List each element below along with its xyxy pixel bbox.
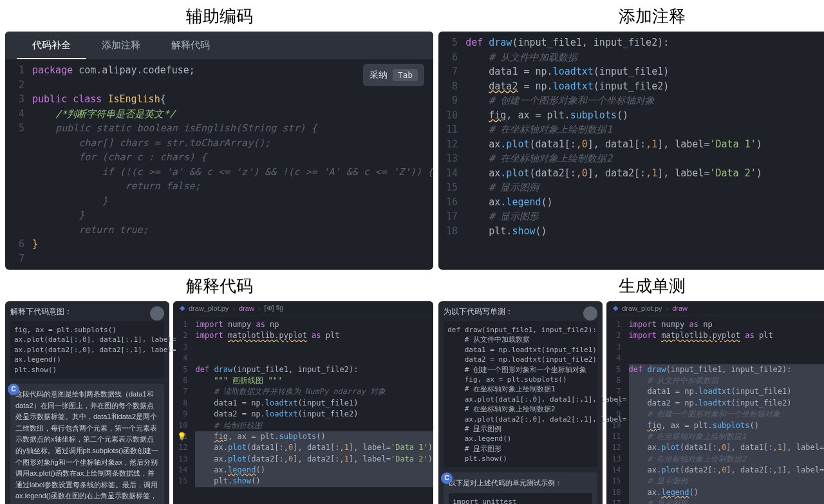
bot-icon: C <box>8 384 19 395</box>
tabs-bar: 代码补全 添加注释 解释代码 <box>5 32 433 59</box>
chat-col-br: 为以下代码写单测： def draw(input_file1, input_fi… <box>438 301 603 504</box>
editor-tr: 56789101112131415161718 def draw(input_f… <box>438 32 824 270</box>
code-block-tl[interactable]: 12345 67 package com.alipay.codefuse; pu… <box>5 59 433 270</box>
chat-prompt-header-bl: 解释下代码意图： <box>10 306 164 317</box>
chat-answer-br: C 以下是对上述代码的单元测试示例： import unittest from … <box>444 472 597 504</box>
pane-title-tr: 添加注释 <box>438 5 824 28</box>
crumb-file[interactable]: draw_plot.py <box>189 304 229 312</box>
crumb-sym1[interactable]: draw <box>672 304 688 312</box>
chat-prompt-header-br: 为以下代码写单测： <box>444 306 597 317</box>
accept-button[interactable]: 采纳 Tab <box>363 64 424 86</box>
breadcrumb-bl[interactable]: ◆ draw_plot.py› draw› [⊕] fig <box>173 301 433 315</box>
crumb-file[interactable]: draw_plot.py <box>622 304 662 312</box>
tab-add-comment[interactable]: 添加注释 <box>86 32 156 59</box>
avatar-icon <box>150 306 164 321</box>
editor-br: ◆ draw_plot.py› draw 1234567891011121314… <box>606 301 824 504</box>
pane-title-bl: 解释代码 <box>5 275 433 297</box>
chat-answer-header-br: 以下是对上述代码的单元测试示例： <box>449 478 592 489</box>
accept-label: 采纳 <box>370 70 388 81</box>
tab-explain[interactable]: 解释代码 <box>156 32 225 59</box>
chat-answer-code-br: import unittest from unittest.mock impor… <box>449 493 592 504</box>
chat-col-bl: 解释下代码意图： fig, ax = plt.subplots() ax.plo… <box>5 301 169 504</box>
accept-key: Tab <box>393 69 418 81</box>
code-block-br[interactable]: 123456789101112131415161718 import numpy… <box>606 315 824 504</box>
code-block-bl[interactable]: 123456789101112131415 import numpy as np… <box>173 315 433 491</box>
editor-bl: ◆ draw_plot.py› draw› [⊕] fig 1234567891… <box>173 301 433 504</box>
pane-title-tl: 辅助编码 <box>5 5 433 28</box>
editor-tl: 代码补全 添加注释 解释代码 采纳 Tab 12345 67 package c… <box>5 32 433 270</box>
file-icon: ◆ <box>613 304 618 312</box>
chat-answer-bl: C 这段代码的意图是绘制两条数据线（data1和data2）在同一张图上，并在图… <box>10 384 164 504</box>
pane-title-br: 生成单测 <box>438 275 824 297</box>
avatar-icon <box>583 306 597 321</box>
chat-user-code-bl: fig, ax = plt.subplots() ax.plot(data1[:… <box>10 321 164 378</box>
tab-completion[interactable]: 代码补全 <box>17 32 86 59</box>
breadcrumb-br[interactable]: ◆ draw_plot.py› draw <box>606 301 824 315</box>
file-icon: ◆ <box>180 304 185 312</box>
code-block-tr[interactable]: 56789101112131415161718 def draw(input_f… <box>438 32 824 242</box>
crumb-sym2[interactable]: [⊕] fig <box>265 304 284 312</box>
crumb-sym1[interactable]: draw <box>239 304 254 312</box>
chat-user-code-br: def draw(input_file1, input_file2): # 从文… <box>444 321 597 467</box>
